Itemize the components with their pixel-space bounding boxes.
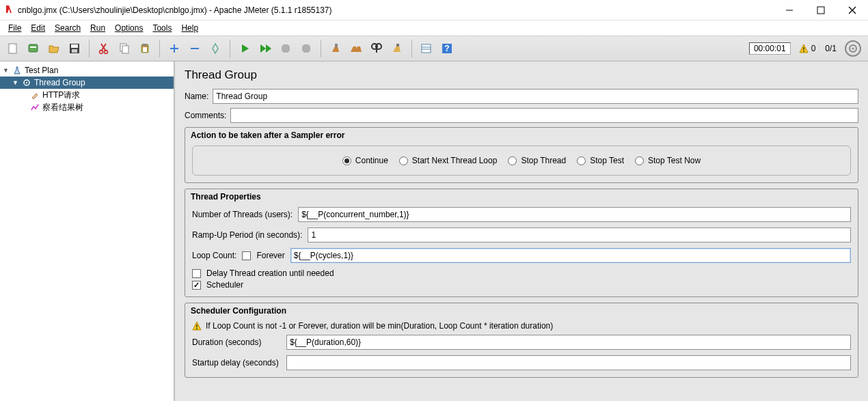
menu-search[interactable]: Search xyxy=(51,22,85,34)
new-button[interactable] xyxy=(4,39,22,58)
menu-edit[interactable]: Edit xyxy=(27,22,49,34)
num-threads-input[interactable] xyxy=(298,207,851,222)
svg-rect-17 xyxy=(143,44,147,46)
sampler-error-group: Action to be taken after a Sampler error… xyxy=(185,127,858,183)
cut-button[interactable] xyxy=(95,39,113,58)
radio-stop-test-now[interactable]: Stop Test Now xyxy=(635,156,701,165)
toolbar: ? 00:00:01 0 0/1 xyxy=(0,36,868,61)
collapse-button[interactable] xyxy=(186,39,204,58)
svg-rect-6 xyxy=(30,46,36,48)
svg-point-37 xyxy=(26,82,27,83)
copy-button[interactable] xyxy=(116,39,133,58)
radio-label: Continue xyxy=(355,156,388,165)
radio-icon xyxy=(577,156,586,165)
running-indicator xyxy=(845,40,861,57)
loop-count-input[interactable] xyxy=(290,248,851,263)
templates-button[interactable] xyxy=(25,39,42,58)
scheduler-config-group: Scheduler Configuration If Loop Count is… xyxy=(185,303,858,378)
warning-icon xyxy=(192,321,202,331)
radio-stop-thread[interactable]: Stop Thread xyxy=(508,156,566,165)
radio-icon xyxy=(508,156,517,165)
maximize-button[interactable] xyxy=(805,0,837,20)
menu-options[interactable]: Options xyxy=(111,22,147,34)
minimize-button[interactable] xyxy=(774,0,805,20)
radio-label: Stop Test Now xyxy=(648,156,701,165)
name-input[interactable] xyxy=(213,89,858,104)
warning-indicator[interactable]: 0 xyxy=(799,44,816,53)
ramp-up-input[interactable] xyxy=(308,227,851,243)
menu-bar: File Edit Search Run Options Tools Help xyxy=(0,20,868,36)
expand-button[interactable] xyxy=(165,39,183,58)
scheduler-checkbox[interactable] xyxy=(192,281,201,290)
tree-label: Thread Group xyxy=(34,78,85,87)
start-no-pause-button[interactable] xyxy=(256,39,274,58)
menu-run[interactable]: Run xyxy=(86,22,109,34)
menu-tools[interactable]: Tools xyxy=(148,22,176,34)
pipette-icon xyxy=(30,90,40,100)
clear-button[interactable] xyxy=(327,39,344,58)
svg-point-39 xyxy=(196,328,198,329)
radio-next-loop[interactable]: Start Next Thread Loop xyxy=(399,156,498,165)
editor-heading: Thread Group xyxy=(185,68,858,82)
start-button[interactable] xyxy=(236,39,254,58)
radio-icon xyxy=(635,156,644,165)
svg-rect-8 xyxy=(71,44,78,48)
delay-create-label: Delay Thread creation until needed xyxy=(206,268,334,278)
radio-stop-test[interactable]: Stop Test xyxy=(577,156,624,165)
shutdown-button[interactable] xyxy=(297,39,315,58)
radio-label: Stop Thread xyxy=(521,156,566,165)
warning-count: 0 xyxy=(811,44,816,53)
startup-delay-input[interactable] xyxy=(286,355,851,370)
function-helper-button[interactable] xyxy=(418,39,435,58)
tree-label: 察看结果树 xyxy=(42,102,83,113)
menu-help[interactable]: Help xyxy=(177,22,202,34)
svg-point-33 xyxy=(803,51,804,52)
tree-node-thread-group[interactable]: ▼ Thread Group xyxy=(0,77,174,89)
help-button[interactable]: ? xyxy=(438,39,456,58)
paste-button[interactable] xyxy=(136,39,154,58)
open-button[interactable] xyxy=(45,39,63,58)
svg-rect-18 xyxy=(143,47,147,52)
svg-point-13 xyxy=(105,51,108,54)
stop-button[interactable] xyxy=(277,39,295,58)
radio-icon xyxy=(342,156,351,165)
scheduler-warning-text: If Loop Count is not -1 or Forever, dura… xyxy=(206,321,553,331)
active-threads: 0/1 xyxy=(825,44,837,53)
search-tree-button[interactable] xyxy=(368,39,385,58)
menu-file[interactable]: File xyxy=(4,22,25,34)
tree-root-test-plan[interactable]: ▼ Test Plan xyxy=(0,64,174,77)
close-button[interactable] xyxy=(837,0,868,20)
tree-label: HTTP请求 xyxy=(42,89,80,101)
radio-label: Stop Test xyxy=(590,156,624,165)
svg-rect-22 xyxy=(335,44,338,47)
tree-label: Test Plan xyxy=(25,66,58,75)
svg-rect-15 xyxy=(122,46,128,53)
toggle-button[interactable] xyxy=(206,39,224,58)
save-button[interactable] xyxy=(66,39,83,58)
gear-icon xyxy=(22,78,31,87)
thread-properties-group: Thread Properties Number of Threads (use… xyxy=(185,189,858,297)
scheduler-config-legend: Scheduler Configuration xyxy=(187,305,856,317)
radio-icon xyxy=(399,156,408,165)
svg-rect-5 xyxy=(29,44,38,52)
comments-input[interactable] xyxy=(230,108,858,123)
test-plan-tree[interactable]: ▼ Test Plan ▼ Thread Group HTTP请求 察看结果树 xyxy=(0,61,175,401)
svg-rect-1 xyxy=(817,7,824,14)
thread-properties-legend: Thread Properties xyxy=(187,191,856,203)
tree-toggle[interactable]: ▼ xyxy=(3,67,10,74)
comments-label: Comments: xyxy=(185,111,226,120)
reset-search-button[interactable] xyxy=(388,39,406,58)
clear-all-button[interactable] xyxy=(347,39,365,58)
svg-rect-27 xyxy=(422,44,431,53)
tree-node-view-results-tree[interactable]: 察看结果树 xyxy=(0,101,174,113)
duration-input[interactable] xyxy=(286,335,851,350)
forever-label: Forever xyxy=(256,251,284,260)
radio-continue[interactable]: Continue xyxy=(342,156,388,165)
loop-count-label: Loop Count: xyxy=(192,251,236,260)
tree-toggle[interactable]: ▼ xyxy=(12,79,19,86)
tree-node-http-request[interactable]: HTTP请求 xyxy=(0,89,174,101)
startup-delay-label: Startup delay (seconds) xyxy=(192,358,281,368)
delay-create-checkbox[interactable] xyxy=(192,269,201,278)
svg-point-12 xyxy=(100,51,103,54)
forever-checkbox[interactable] xyxy=(242,251,251,260)
